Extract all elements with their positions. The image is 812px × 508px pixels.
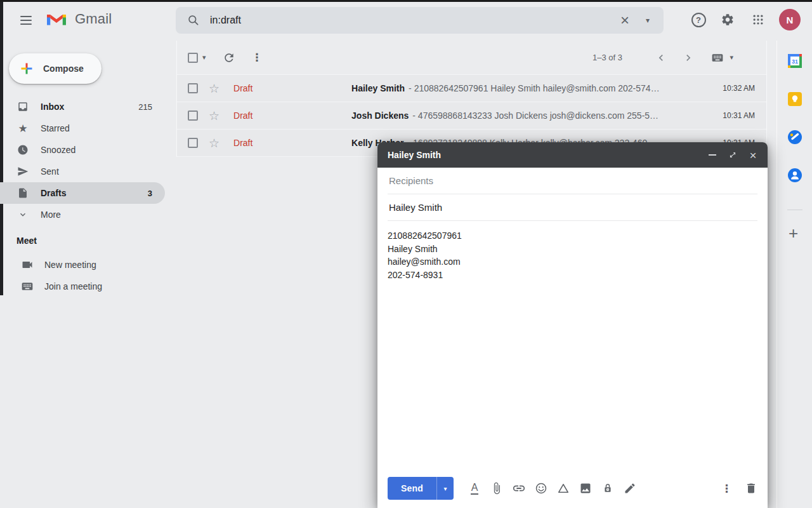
compose-header[interactable]: Hailey Smith × (377, 142, 768, 168)
input-tools-keyboard-icon[interactable]: ▾ (710, 51, 733, 64)
clock-icon (16, 144, 29, 156)
attach-icon[interactable] (490, 481, 504, 496)
keep-icon[interactable] (787, 91, 803, 107)
row-time: 10:31 AM (697, 111, 766, 120)
formatting-icon[interactable]: A (468, 481, 481, 496)
get-addons-plus-icon[interactable]: + (789, 225, 798, 241)
hamburger-menu-button[interactable] (15, 11, 37, 30)
file-icon (16, 187, 29, 199)
svg-text:31: 31 (792, 58, 798, 65)
meet-item-label: Join a meeting (44, 281, 102, 291)
sidebar-item-inbox[interactable]: Inbox 215 (0, 96, 165, 117)
search-options-caret-icon[interactable]: ▾ (646, 16, 650, 25)
sidebar-item-join-meeting[interactable]: Join a meeting (0, 276, 165, 297)
recipients-field-row[interactable] (388, 168, 757, 194)
keyboard-icon (20, 280, 34, 293)
body-line: hailey@smith.com (388, 255, 757, 269)
contacts-icon[interactable] (787, 167, 803, 184)
image-icon[interactable] (579, 481, 593, 496)
row-checkbox[interactable] (188, 110, 198, 121)
compose-title: Hailey Smith (388, 150, 441, 160)
help-icon[interactable]: ? (686, 7, 711, 32)
sidebar-divider (787, 210, 802, 210)
close-icon[interactable]: × (746, 148, 760, 162)
meet-heading: Meet (16, 236, 37, 246)
chevron-right-icon[interactable] (682, 51, 695, 64)
input-tools-caret-icon[interactable]: ▾ (730, 53, 733, 62)
avatar[interactable]: N (779, 9, 801, 30)
draft-row-2[interactable]: ☆ Draft Josh Dickens - 476598868143233 J… (177, 102, 766, 129)
sidebar-item-starred[interactable]: ★ Starred (0, 117, 165, 139)
drafts-count: 3 (148, 189, 152, 198)
sidebar-item-drafts[interactable]: Drafts 3 (0, 182, 165, 204)
sidebar-item-snoozed[interactable]: Snoozed (0, 139, 165, 161)
compose-button[interactable]: Compose (9, 53, 102, 84)
subject-field[interactable] (388, 201, 757, 213)
row-checkbox[interactable] (188, 83, 198, 93)
calendar-icon[interactable]: 31 (787, 53, 803, 69)
sidebar-item-label: Snoozed (41, 145, 75, 155)
clear-search-icon[interactable]: × (620, 13, 629, 28)
sidebar-item-new-meeting[interactable]: New meeting (0, 254, 165, 276)
compose-label: Compose (43, 64, 84, 74)
sidebar-item-sent[interactable]: Sent (0, 161, 165, 182)
more-options-icon[interactable]: ⋮ (721, 482, 732, 495)
tasks-icon[interactable] (787, 129, 803, 145)
recipients-field[interactable] (388, 175, 757, 187)
row-subject: Josh Dickens (351, 110, 409, 121)
expand-icon[interactable] (726, 148, 740, 162)
mail-list: ▾ ⋮ 1–3 of 3 ▾ ☆ Draft Hailey Smith - 21… (176, 41, 767, 157)
emoji-icon[interactable] (534, 481, 548, 496)
plus-icon (19, 61, 34, 76)
compose-body[interactable]: 210882642507961 Hailey Smith hailey@smit… (377, 221, 768, 290)
sidebar-item-label: More (41, 210, 61, 220)
gmail-logo-icon[interactable] (45, 10, 68, 27)
video-camera-icon (20, 258, 34, 271)
window-top-edge (0, 0, 812, 2)
minimize-icon[interactable] (705, 148, 719, 162)
meet-item-label: New meeting (44, 260, 96, 270)
row-checkbox[interactable] (188, 138, 198, 148)
discard-draft-trash-icon[interactable] (745, 482, 757, 495)
app-title: Gmail (75, 11, 112, 27)
select-options-caret-icon[interactable]: ▾ (202, 53, 206, 62)
confidential-mode-icon[interactable] (601, 481, 615, 496)
chevron-left-icon[interactable] (655, 51, 667, 64)
search-input[interactable] (209, 14, 620, 27)
body-line: 210882642507961 (388, 229, 757, 243)
sidebar-item-label: Inbox (41, 102, 64, 112)
body-line: 202-574-8931 (388, 269, 757, 282)
row-snippet: - 476598868143233 Josh Dickens josh@dick… (412, 110, 697, 121)
refresh-icon[interactable] (223, 51, 235, 64)
send-button[interactable]: Send (388, 477, 436, 500)
draft-label: Draft (233, 110, 351, 121)
search-bar[interactable]: × ▾ (176, 7, 664, 34)
row-star-icon[interactable]: ☆ (209, 83, 219, 95)
send-options-caret-icon[interactable]: ▾ (436, 477, 454, 500)
row-snippet: - 210882642507961 Hailey Smith hailey@sm… (409, 83, 697, 93)
more-options-icon[interactable]: ⋮ (252, 51, 263, 64)
search-icon[interactable] (187, 14, 200, 27)
compose-window: Hailey Smith × 210882642507961 Hailey Sm… (377, 142, 768, 508)
row-subject: Hailey Smith (351, 83, 405, 93)
pagination-label: 1–3 of 3 (593, 53, 622, 62)
row-time: 10:32 AM (697, 84, 766, 93)
settings-gear-icon[interactable] (715, 7, 740, 32)
select-all-checkbox[interactable] (188, 53, 198, 63)
inbox-count: 215 (138, 102, 152, 112)
row-star-icon[interactable]: ☆ (209, 110, 219, 122)
pen-icon[interactable] (623, 481, 637, 496)
row-star-icon[interactable]: ☆ (209, 137, 219, 149)
draft-label: Draft (233, 83, 351, 93)
drive-icon[interactable] (556, 481, 570, 496)
draft-row-1[interactable]: ☆ Draft Hailey Smith - 210882642507961 H… (177, 74, 766, 102)
side-panel: 31 + (776, 41, 812, 508)
subject-field-row[interactable] (388, 194, 757, 221)
sidebar-item-more[interactable]: More (0, 204, 165, 225)
link-icon[interactable] (512, 481, 526, 496)
list-toolbar: ▾ ⋮ 1–3 of 3 ▾ (177, 41, 766, 74)
sidebar-item-label: Drafts (41, 188, 66, 198)
apps-grid-icon[interactable] (745, 7, 771, 32)
draft-label: Draft (233, 138, 351, 148)
chevron-down-icon (16, 210, 29, 220)
